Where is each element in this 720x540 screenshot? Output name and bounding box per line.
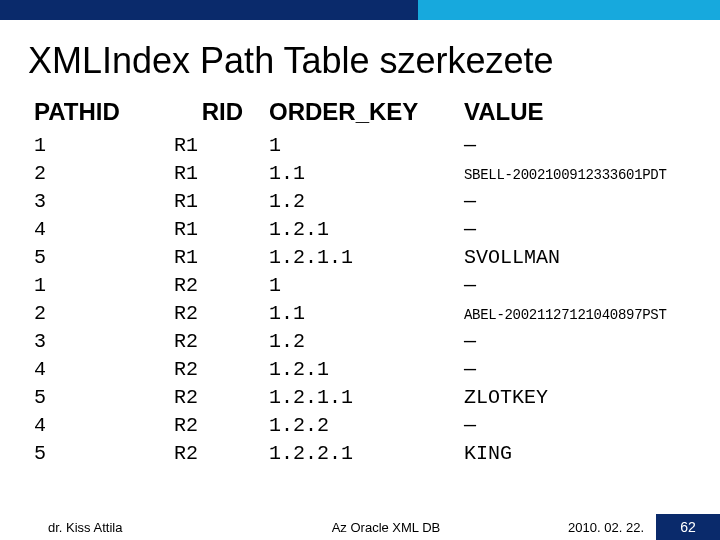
table-row: 5R21.2.2.1KING xyxy=(34,440,720,468)
cell-order-key: 1 xyxy=(269,272,464,300)
col-header-pathid: PATHID xyxy=(34,98,174,126)
cell-order-key: 1.2 xyxy=(269,188,464,216)
cell-rid: R2 xyxy=(174,356,269,384)
cell-value: — xyxy=(464,216,714,244)
cell-value: ZLOTKEY xyxy=(464,384,714,412)
footer-center: Az Oracle XML DB xyxy=(248,520,524,535)
cell-order-key: 1.2.1.1 xyxy=(269,244,464,272)
table-row: 4R11.2.1— xyxy=(34,216,720,244)
cell-pathid: 5 xyxy=(34,244,174,272)
cell-rid: R2 xyxy=(174,300,269,328)
slide-title: XMLIndex Path Table szerkezete xyxy=(28,40,720,82)
cell-rid: R1 xyxy=(174,160,269,188)
cell-value: ABEL-20021127121040897PST xyxy=(464,301,714,329)
cell-order-key: 1.2.1 xyxy=(269,356,464,384)
col-header-rid: RID xyxy=(174,98,269,126)
cell-pathid: 4 xyxy=(34,216,174,244)
table-header-row: PATHID RID ORDER_KEY VALUE xyxy=(34,98,720,126)
cell-value: — xyxy=(464,272,714,300)
cell-value: — xyxy=(464,132,714,160)
cell-order-key: 1.1 xyxy=(269,300,464,328)
cell-order-key: 1.1 xyxy=(269,160,464,188)
table-row: 3R11.2— xyxy=(34,188,720,216)
table-row: 1R11— xyxy=(34,132,720,160)
cell-value: — xyxy=(464,328,714,356)
table-row: 2R21.1ABEL-20021127121040897PST xyxy=(34,300,720,328)
cell-value: — xyxy=(464,188,714,216)
table-row: 5R11.2.1.1SVOLLMAN xyxy=(34,244,720,272)
cell-rid: R2 xyxy=(174,384,269,412)
table-row: 1R21— xyxy=(34,272,720,300)
path-table: PATHID RID ORDER_KEY VALUE 1R11—2R11.1SB… xyxy=(34,98,720,468)
cell-rid: R1 xyxy=(174,244,269,272)
cell-pathid: 4 xyxy=(34,356,174,384)
cell-rid: R1 xyxy=(174,216,269,244)
table-row: 4R21.2.2— xyxy=(34,412,720,440)
footer-author: dr. Kiss Attila xyxy=(48,520,248,535)
cell-value: — xyxy=(464,356,714,384)
cell-order-key: 1.2.2 xyxy=(269,412,464,440)
cell-rid: R2 xyxy=(174,328,269,356)
cell-rid: R2 xyxy=(174,412,269,440)
cell-pathid: 3 xyxy=(34,328,174,356)
cell-pathid: 1 xyxy=(34,132,174,160)
table-row: 2R11.1SBELL-2002100912333601PDT xyxy=(34,160,720,188)
cell-order-key: 1.2.2.1 xyxy=(269,440,464,468)
cell-rid: R1 xyxy=(174,132,269,160)
cell-pathid: 1 xyxy=(34,272,174,300)
cell-order-key: 1.2.1.1 xyxy=(269,384,464,412)
cell-rid: R2 xyxy=(174,440,269,468)
cell-rid: R2 xyxy=(174,272,269,300)
footer-date: 2010. 02. 22. xyxy=(524,520,644,535)
slide-footer: dr. Kiss Attila Az Oracle XML DB 2010. 0… xyxy=(0,514,720,540)
col-header-value: VALUE xyxy=(464,98,714,126)
cell-rid: R1 xyxy=(174,188,269,216)
cell-order-key: 1.2 xyxy=(269,328,464,356)
col-header-orderkey: ORDER_KEY xyxy=(269,98,464,126)
cell-pathid: 2 xyxy=(34,300,174,328)
table-row: 5R21.2.1.1ZLOTKEY xyxy=(34,384,720,412)
table-row: 3R21.2— xyxy=(34,328,720,356)
cell-value: SVOLLMAN xyxy=(464,244,714,272)
cell-value: KING xyxy=(464,440,714,468)
cell-pathid: 2 xyxy=(34,160,174,188)
cell-value: SBELL-2002100912333601PDT xyxy=(464,161,714,189)
slide-topbar xyxy=(0,0,720,20)
cell-pathid: 4 xyxy=(34,412,174,440)
cell-pathid: 3 xyxy=(34,188,174,216)
cell-value: — xyxy=(464,412,714,440)
footer-page-number: 62 xyxy=(656,514,720,540)
cell-pathid: 5 xyxy=(34,440,174,468)
table-row: 4R21.2.1— xyxy=(34,356,720,384)
cell-order-key: 1 xyxy=(269,132,464,160)
cell-pathid: 5 xyxy=(34,384,174,412)
cell-order-key: 1.2.1 xyxy=(269,216,464,244)
